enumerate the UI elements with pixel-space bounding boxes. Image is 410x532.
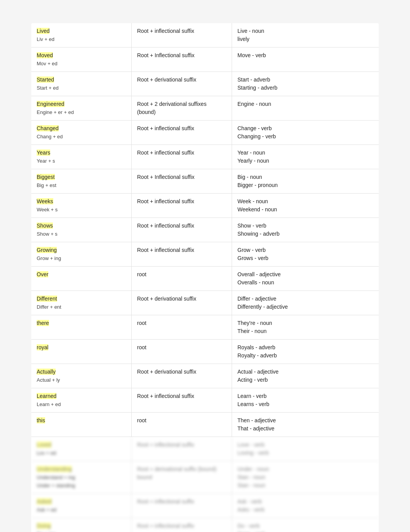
word-cell: ShowsShow + s — [31, 218, 132, 242]
highlighted-word: Weeks — [37, 198, 53, 204]
word-cell: LivedLiv + ed — [31, 23, 132, 47]
suffix-type-cell: Root + 2 derivational suffixes (bound) — [132, 96, 232, 120]
suffix-type-cell: Root + Inflectional suffix — [132, 48, 232, 71]
related-words-cell: Year - nounYearly - noun — [232, 145, 379, 169]
word-cell: MovedMov + ed — [31, 48, 132, 71]
word-breakdown: Understand + ingUnder + standing — [37, 474, 75, 488]
related-words-cell: Overall - adjectiveOveralls - noun — [232, 267, 379, 291]
word-breakdown: Lov + ed — [37, 450, 56, 456]
related-words-cell: Differ - adjectiveDifferently - adjectiv… — [232, 291, 379, 315]
table-row: ShowsShow + sRoot + inflectional suffixS… — [31, 218, 379, 242]
highlighted-word: Started — [37, 76, 54, 83]
table-row: DifferentDiffer + entRoot + derivational… — [31, 291, 379, 315]
word-cell: LovedLov + ed — [31, 437, 132, 461]
highlighted-word: Years — [37, 150, 50, 156]
suffix-type-cell: Root + inflectional suffix — [132, 242, 232, 266]
related-words-cell: Actual - adjectiveActing - verb — [232, 364, 379, 388]
related-words-cell: Under - nounStan - nounStan - noun — [232, 461, 379, 493]
word-cell: Over — [31, 267, 132, 291]
word-cell: BiggestBig + est — [31, 169, 132, 193]
word-cell: DoingDo + ing — [31, 518, 132, 532]
suffix-type-cell: Root + derivational suffix — [132, 72, 232, 96]
related-words-cell: Move - verb — [232, 48, 379, 71]
suffix-type-cell: Root + inflectional suffix — [132, 218, 232, 242]
word-cell: YearsYear + s — [31, 145, 132, 169]
word-breakdown: Start + ed — [37, 85, 59, 91]
suffix-type-cell: Root + derivational suffix — [132, 364, 232, 388]
suffix-type-cell: root — [132, 340, 232, 364]
word-cell: StartedStart + ed — [31, 72, 132, 96]
highlighted-word: there — [37, 320, 49, 326]
suffix-type-cell: Root + derivational suffix — [132, 291, 232, 315]
word-cell: AskedAsk + ed — [31, 494, 132, 518]
table-row: EngineeredEngine + er + edRoot + 2 deriv… — [31, 96, 379, 121]
word-breakdown: Year + s — [37, 158, 55, 164]
word-breakdown: Engine + er + ed — [37, 109, 74, 115]
related-words-cell: Royals - adverbRoyalty - adverb — [232, 340, 379, 364]
word-cell: ChangedChang + ed — [31, 121, 132, 144]
highlighted-word: Biggest — [37, 174, 55, 180]
table-row: UnderstandingUnderstand + ingUnder + sta… — [31, 461, 379, 494]
table-row: WeeksWeek + sRoot + inflectional suffixW… — [31, 194, 379, 218]
suffix-type-cell: Root + inflectional suffix — [132, 494, 232, 518]
word-breakdown: Learn + ed — [37, 401, 61, 407]
word-cell: LearnedLearn + ed — [31, 388, 132, 412]
table-row: DoingDo + ingRoot + inflectional suffixD… — [31, 518, 379, 532]
word-breakdown: Actual + ly — [37, 377, 60, 383]
related-words-cell: Love - verbLoving - verb — [232, 437, 379, 461]
highlighted-word: Actually — [37, 369, 56, 375]
table-row: LovedLov + edRoot + inflectional suffixL… — [31, 437, 379, 461]
related-words-cell: They're - nounTheir - noun — [232, 315, 379, 339]
word-breakdown: Show + s — [37, 231, 58, 237]
word-breakdown: Ask + ed — [37, 507, 56, 513]
suffix-type-cell: Root + inflectional suffix — [132, 194, 232, 218]
word-cell: GrowingGrow + ing — [31, 242, 132, 266]
suffix-type-cell: Root + inflectional suffix — [132, 121, 232, 144]
highlighted-word: Lived — [37, 28, 49, 34]
related-words-cell: Week - nounWeekend - noun — [232, 194, 379, 218]
table-row: thererootThey're - nounTheir - noun — [31, 315, 379, 340]
table-row: OverrootOverall - adjectiveOveralls - no… — [31, 267, 379, 291]
table-row: thisrootThen - adjectiveThat - adjective — [31, 413, 379, 437]
suffix-type-cell: root — [132, 413, 232, 437]
highlighted-word: Shows — [37, 223, 53, 229]
highlighted-word: Loved — [37, 442, 51, 448]
highlighted-word: Moved — [37, 52, 53, 58]
highlighted-word: Understanding — [37, 466, 72, 472]
word-cell: this — [31, 413, 132, 437]
suffix-type-cell: Root + Inflectional suffix — [132, 169, 232, 193]
suffix-type-cell: Root + derivational suffix (bound)bound — [132, 461, 232, 493]
table-row: royalrootRoyals - adverbRoyalty - adverb — [31, 340, 379, 364]
word-table: LivedLiv + edRoot + inflectional suffixL… — [31, 23, 379, 532]
word-cell: royal — [31, 340, 132, 364]
table-row: YearsYear + sRoot + inflectional suffixY… — [31, 145, 379, 169]
word-breakdown: Differ + ent — [37, 304, 61, 310]
word-cell: ActuallyActual + ly — [31, 364, 132, 388]
highlighted-word: Learned — [37, 393, 56, 399]
table-row: ChangedChang + edRoot + inflectional suf… — [31, 121, 379, 145]
highlighted-word: royal — [37, 344, 48, 350]
suffix-type-cell: root — [132, 267, 232, 291]
related-words-cell: Then - adjectiveThat - adjective — [232, 413, 379, 437]
table-row: GrowingGrow + ingRoot + inflectional suf… — [31, 242, 379, 267]
highlighted-word: Asked — [37, 498, 52, 505]
word-breakdown: Mov + ed — [37, 61, 58, 66]
word-cell: there — [31, 315, 132, 339]
highlighted-word: this — [37, 417, 45, 423]
table-row: LearnedLearn + edRoot + inflectional suf… — [31, 388, 379, 413]
related-words-cell: Change - verbChanging - verb — [232, 121, 379, 144]
word-breakdown: Chang + ed — [37, 134, 63, 139]
highlighted-word: Doing — [37, 523, 51, 529]
suffix-type-cell: Root + inflectional suffix — [132, 388, 232, 412]
word-breakdown: Grow + ing — [37, 255, 61, 261]
related-words-cell: Start - adverbStarting - adverb — [232, 72, 379, 96]
table-row: StartedStart + edRoot + derivational suf… — [31, 72, 379, 96]
related-words-cell: Grow - verbGrows - verb — [232, 242, 379, 266]
word-cell: UnderstandingUnderstand + ingUnder + sta… — [31, 461, 132, 493]
highlighted-word: Different — [37, 296, 57, 302]
table-row: LivedLiv + edRoot + inflectional suffixL… — [31, 23, 379, 48]
word-breakdown: Liv + ed — [37, 36, 54, 42]
suffix-type-cell: Root + inflectional suffix — [132, 23, 232, 47]
related-words-cell: Ask - verbAsks - verb — [232, 494, 379, 518]
word-cell: EngineeredEngine + er + ed — [31, 96, 132, 120]
